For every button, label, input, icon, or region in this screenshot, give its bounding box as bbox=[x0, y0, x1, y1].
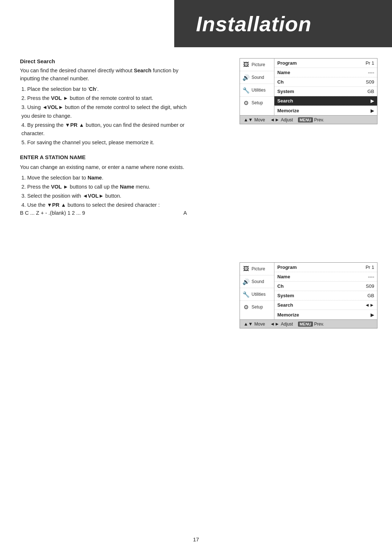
system-label-2: System bbox=[277, 293, 294, 298]
panel2-row-name: Name ---- bbox=[274, 272, 377, 282]
panel1-row-name: Name ---- bbox=[274, 68, 377, 77]
memorize-label: Memorize bbox=[277, 108, 299, 113]
adjust-arrows: ◄► bbox=[270, 117, 279, 122]
step-4: 4. By pressing the ▼PR ▲ button, you can… bbox=[20, 121, 187, 138]
setup-icon: ⚙ bbox=[242, 99, 250, 107]
move-item-2: ▲▼ Move bbox=[244, 321, 265, 327]
menu-panel-1: 🖼 Picture 🔊 Sound 🔧 Utilities ⚙ Setup bbox=[240, 58, 377, 124]
panel1-left-nav: 🖼 Picture 🔊 Sound 🔧 Utilities ⚙ Setup bbox=[240, 58, 274, 115]
adjust-arrows-2: ◄► bbox=[270, 321, 279, 327]
para1-bold: Search bbox=[134, 68, 151, 73]
es-step-1: 1. Move the selection bar to Name. bbox=[20, 174, 187, 182]
header-bar: Installation bbox=[174, 0, 392, 47]
panel1-bottom-bar: ▲▼ Move ◄► Adjust MENU Prev. bbox=[240, 115, 377, 124]
ch-label-2: Ch bbox=[277, 283, 283, 289]
enter-station-title: ENTER A STATION NAME bbox=[20, 154, 187, 160]
panel1-nav-utilities[interactable]: 🔧 Utilities bbox=[240, 84, 274, 97]
picture-icon-2: 🖼 bbox=[242, 265, 250, 273]
ch-value-2: S09 bbox=[366, 283, 374, 289]
search-arrow-2: ◄► bbox=[365, 302, 374, 308]
enter-station-section: ENTER A STATION NAME You can change an e… bbox=[20, 154, 187, 216]
step-1: 1. Place the selection bar to ‘Ch’. bbox=[20, 85, 187, 93]
utilities-icon: 🔧 bbox=[242, 86, 250, 94]
menu-panel-2: 🖼 Picture 🔊 Sound 🔧 Utilities ⚙ Setup bbox=[240, 262, 377, 328]
panel2-row-ch: Ch S09 bbox=[274, 282, 377, 291]
panel2-inner: 🖼 Picture 🔊 Sound 🔧 Utilities ⚙ Setup bbox=[240, 263, 377, 319]
move-text-2: Move bbox=[254, 322, 265, 327]
utilities-label-2: Utilities bbox=[252, 292, 266, 297]
panel2-bottom-bar: ▲▼ Move ◄► Adjust MENU Prev. bbox=[240, 319, 377, 328]
picture-icon: 🖼 bbox=[242, 61, 250, 69]
setup-icon-2: ⚙ bbox=[242, 303, 250, 311]
setup-label-2: Setup bbox=[252, 304, 263, 310]
panel1-nav-sound[interactable]: 🔊 Sound bbox=[240, 71, 274, 84]
panel1-nav-picture[interactable]: 🖼 Picture bbox=[240, 58, 274, 71]
char-right: A bbox=[183, 210, 187, 216]
picture-label-2: Picture bbox=[252, 266, 265, 271]
character-line: B C ... Z + - .(blank) 1 2 ... 9 A bbox=[20, 210, 187, 216]
move-arrows-2: ▲▼ bbox=[244, 321, 253, 327]
page-number: 17 bbox=[193, 536, 199, 542]
panel2-nav-sound[interactable]: 🔊 Sound bbox=[240, 275, 274, 288]
panel1-row-memorize: Memorize ▶ bbox=[274, 106, 377, 115]
panel1-row-ch: Ch S09 bbox=[274, 77, 377, 87]
panel1-nav-setup[interactable]: ⚙ Setup bbox=[240, 97, 274, 109]
panel2-row-program: Program Pr 1 bbox=[274, 263, 377, 272]
move-text: Move bbox=[254, 117, 265, 122]
utilities-label: Utilities bbox=[252, 88, 266, 93]
memorize-label-2: Memorize bbox=[277, 312, 299, 318]
panel1-row-program: Program Pr 1 bbox=[274, 58, 377, 68]
menu-box: MENU bbox=[298, 117, 313, 122]
system-label: System bbox=[277, 89, 294, 94]
setup-label: Setup bbox=[252, 100, 263, 105]
search-label: Search bbox=[277, 98, 293, 104]
panel2-nav-utilities[interactable]: 🔧 Utilities bbox=[240, 288, 274, 301]
prev-item-2: MENU Prev. bbox=[298, 322, 324, 327]
panel2-nav-setup[interactable]: ⚙ Setup bbox=[240, 301, 274, 313]
enter-station-para: You can change an existing name, or ente… bbox=[20, 163, 187, 171]
direct-search-section: Direct Search You can find the desired c… bbox=[20, 58, 187, 147]
prev-text-2: Prev. bbox=[314, 322, 324, 327]
char-left: B C ... Z + - .(blank) 1 2 ... 9 bbox=[20, 210, 162, 216]
panel1-row-search[interactable]: Search ▶ bbox=[274, 96, 377, 106]
prev-item: MENU Prev. bbox=[298, 117, 324, 122]
direct-search-title: Direct Search bbox=[20, 58, 187, 64]
page-title: Installation bbox=[196, 12, 311, 36]
picture-label: Picture bbox=[252, 62, 265, 67]
name-label: Name bbox=[277, 70, 290, 75]
step-3: 3. Using ◄VOL► button of the remote cont… bbox=[20, 103, 187, 120]
panel1-row-system: System GB bbox=[274, 87, 377, 96]
search-label-2: Search bbox=[277, 302, 293, 308]
panel2-row-memorize: Memorize ▶ bbox=[274, 310, 377, 319]
sound-label: Sound bbox=[252, 75, 264, 80]
memorize-arrow: ▶ bbox=[371, 108, 374, 113]
system-value-2: GB bbox=[367, 293, 374, 298]
panel2-nav-picture[interactable]: 🖼 Picture bbox=[240, 263, 274, 275]
sound-icon: 🔊 bbox=[242, 73, 250, 81]
para1-text: You can find the desired channel directl… bbox=[20, 68, 134, 73]
program-value-2: Pr 1 bbox=[366, 265, 374, 270]
name-value-2: ---- bbox=[368, 274, 374, 279]
adjust-text-2: Adjust bbox=[281, 322, 293, 327]
es-step-3: 3. Select the position with ◄VOL► button… bbox=[20, 192, 187, 200]
step-2: 2. Press the VOL ► button of the remote … bbox=[20, 94, 187, 102]
panel2-right-content: Program Pr 1 Name ---- Ch S09 System GB bbox=[274, 263, 377, 319]
es-step-4: 4. Use the ▼PR ▲ buttons to select the d… bbox=[20, 201, 187, 209]
move-item: ▲▼ Move bbox=[244, 117, 265, 122]
panel1-inner: 🖼 Picture 🔊 Sound 🔧 Utilities ⚙ Setup bbox=[240, 58, 377, 115]
system-value: GB bbox=[367, 89, 374, 94]
move-arrows: ▲▼ bbox=[244, 117, 253, 122]
panel2-row-search[interactable]: Search ◄► bbox=[274, 300, 377, 310]
right-column: 🖼 Picture 🔊 Sound 🔧 Utilities ⚙ Setup bbox=[240, 58, 377, 339]
prev-text: Prev. bbox=[314, 117, 324, 122]
es-step-2: 2. Press the VOL ► buttons to call up th… bbox=[20, 183, 187, 191]
ch-value: S09 bbox=[366, 79, 374, 85]
program-label-2: Program bbox=[277, 265, 297, 270]
name-value: ---- bbox=[368, 70, 374, 75]
direct-search-para1: You can find the desired channel directl… bbox=[20, 66, 187, 83]
step-5: 5. For saving the channel you select, pl… bbox=[20, 138, 187, 147]
ch-label: Ch bbox=[277, 79, 283, 85]
search-arrow: ▶ bbox=[371, 98, 374, 104]
adjust-item-2: ◄► Adjust bbox=[270, 321, 293, 327]
memorize-arrow-2: ▶ bbox=[371, 312, 374, 318]
